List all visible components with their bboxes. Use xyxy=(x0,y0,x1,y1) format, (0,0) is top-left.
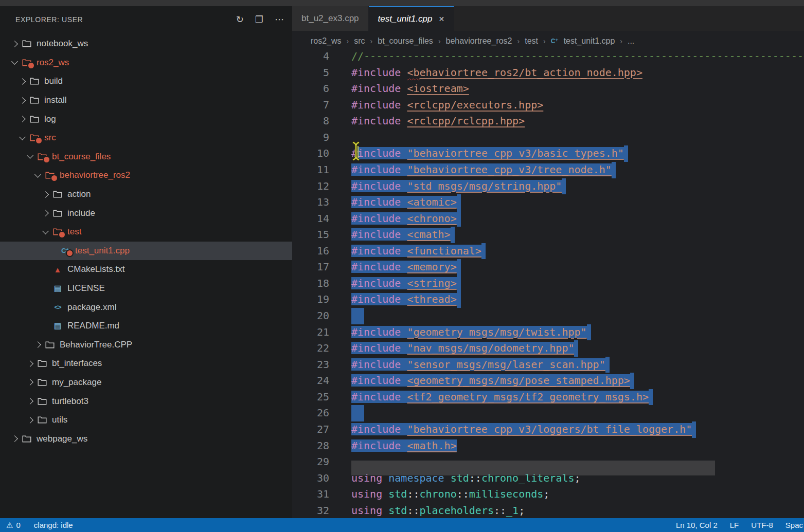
tree-item-action[interactable]: action xyxy=(0,185,292,204)
code-line-content: #include "behaviortree_cpp_v3/basic_type… xyxy=(351,145,628,162)
code-line[interactable]: 12#include "std_msgs/msg/string.hpp" xyxy=(292,178,804,195)
tree-item-label: package.xml xyxy=(67,302,116,313)
encoding-indicator[interactable]: UTF-8 xyxy=(751,521,773,529)
tree-item-cmakelists-txt[interactable]: ▲CMakeLists.txt xyxy=(0,260,292,279)
code-line[interactable]: 10#include "behaviortree_cpp_v3/basic_ty… xyxy=(292,145,804,162)
code-line[interactable]: 21#include "geometry_msgs/msg/twist.hpp" xyxy=(292,324,804,341)
tab-test-unit1-cpp[interactable]: test_unit1.cpp✕ xyxy=(369,6,455,31)
problems-indicator[interactable]: ⚠ 0 xyxy=(6,521,21,530)
code-line[interactable]: 32using std::placeholders::_1; xyxy=(292,503,804,519)
breadcrumb-item[interactable]: behaviortree_ros2 xyxy=(446,36,512,46)
code-token: #include xyxy=(351,82,401,95)
chevron-right-icon xyxy=(8,42,21,46)
code-line[interactable]: 23#include "sensor_msgs/msg/laser_scan.h… xyxy=(292,357,804,373)
code-line-content: #include "std_msgs/msg/string.hpp" xyxy=(351,178,566,195)
code-token: <iostream> xyxy=(407,82,469,95)
tree-item-test[interactable]: test xyxy=(0,223,292,242)
code-line[interactable]: 25#include <tf2_geometry_msgs/tf2_geomet… xyxy=(292,389,804,406)
line-number: 20 xyxy=(292,308,329,324)
tree-item-notebook-ws[interactable]: notebook_ws xyxy=(0,34,292,53)
code-line[interactable]: 28#include <math.h> xyxy=(292,438,804,454)
tree-item-include[interactable]: include xyxy=(0,204,292,223)
git-modified-badge xyxy=(50,174,58,182)
chevron-right-icon: › xyxy=(517,37,520,45)
code-token: using xyxy=(351,504,382,517)
code-line-content: #include <rclcpp/executors.hpp> xyxy=(351,97,543,114)
breadcrumb-item[interactable]: bt_course_files xyxy=(378,36,433,46)
code-token: <cmath> xyxy=(407,228,450,241)
breadcrumb-item[interactable]: ros2_ws xyxy=(311,36,342,46)
tree-item-src[interactable]: src xyxy=(0,129,292,148)
tree-item-my-package[interactable]: my_package xyxy=(0,373,292,392)
tree-item-readme-md[interactable]: ▤README.md xyxy=(0,317,292,336)
selection-pad xyxy=(562,178,566,195)
tree-item-label: notebook_ws xyxy=(37,39,88,49)
editor-area: bt_u2_ex3.cpptest_unit1.cpp✕ ros2_ws›src… xyxy=(292,6,804,518)
cursor-position[interactable]: Ln 10, Col 2 xyxy=(676,521,718,529)
tree-item-install[interactable]: install xyxy=(0,91,292,110)
tree-item-bt-course-files[interactable]: bt_course_files xyxy=(0,148,292,167)
code-line[interactable]: 4//-------------------------------------… xyxy=(292,48,804,65)
breadcrumb-item[interactable]: test xyxy=(525,36,538,46)
chevron-right-icon xyxy=(24,399,36,403)
code-line[interactable]: 7#include <rclcpp/executors.hpp> xyxy=(292,97,804,114)
tree-item-behaviortree-cpp[interactable]: BehaviorTree.CPP xyxy=(0,336,292,355)
tree-item-build[interactable]: build xyxy=(0,72,292,91)
explorer-sidebar: EXPLORER: USER ↻❐⋯ notebook_wsros2_wsbui… xyxy=(0,6,292,518)
code-line[interactable]: 11#include "behaviortree_cpp_v3/tree_nod… xyxy=(292,162,804,178)
tree-item-label: CMakeLists.txt xyxy=(67,264,124,274)
tree-item-turtlebot3[interactable]: turtlebot3 xyxy=(0,392,292,411)
code-line-content: #include <thread> xyxy=(351,291,461,308)
code-line-content: //--------------------------------------… xyxy=(351,48,804,65)
eol-indicator[interactable]: LF xyxy=(730,521,739,529)
chevron-right-icon xyxy=(24,418,36,423)
breadcrumb-file[interactable]: test_unit1.cpp xyxy=(564,36,615,46)
code-token xyxy=(382,488,388,500)
tree-item-test-unit1-cpp[interactable]: C⁺test_unit1.cpp xyxy=(0,242,292,261)
code-line[interactable]: 15#include <cmath> xyxy=(292,227,804,243)
more-actions-icon[interactable]: ⋯ xyxy=(275,14,284,25)
tree-item-bt-interfaces[interactable]: bt_interfaces xyxy=(0,354,292,373)
code-line[interactable]: 22#include "nav_msgs/msg/odometry.hpp" xyxy=(292,340,804,357)
selection-mark xyxy=(351,308,364,324)
breadcrumb-item[interactable]: src xyxy=(354,36,365,46)
horizontal-scrollbar[interactable] xyxy=(351,461,715,475)
code-line[interactable]: 17#include <memory> xyxy=(292,259,804,276)
tab-bt-u2-ex3-cpp[interactable]: bt_u2_ex3.cpp xyxy=(292,6,369,31)
line-number: 30 xyxy=(292,470,329,487)
code-line[interactable]: 24#include <geometry_msgs/msg/pose_stamp… xyxy=(292,373,804,389)
tree-item-webpage-ws[interactable]: webpage_ws xyxy=(0,429,292,448)
code-line[interactable]: 20 xyxy=(292,308,804,324)
tree-item-utils[interactable]: utils xyxy=(0,411,292,430)
line-number: 16 xyxy=(292,243,329,260)
code-line[interactable]: 19#include <thread> xyxy=(292,291,804,308)
language-server-status[interactable]: clangd: idle xyxy=(34,521,73,529)
code-line[interactable]: 14#include <chrono> xyxy=(292,211,804,227)
selection-pad xyxy=(612,162,616,178)
tree-item-ros2-ws[interactable]: ros2_ws xyxy=(0,53,292,72)
code-line[interactable]: 6#include <iostream> xyxy=(292,81,804,97)
tree-item-license[interactable]: ▤LICENSE xyxy=(0,279,292,298)
code-line[interactable]: 31using std::chrono::milliseconds; xyxy=(292,486,804,503)
tree-item-package-xml[interactable]: <>package.xml xyxy=(0,298,292,317)
tree-item-log[interactable]: log xyxy=(0,109,292,129)
line-number: 12 xyxy=(292,178,329,195)
code-line[interactable]: 27#include "behaviortree_cpp_v3/loggers/… xyxy=(292,421,804,438)
breadcrumb-overflow[interactable]: ... xyxy=(628,36,634,46)
close-icon[interactable]: ✕ xyxy=(438,15,444,23)
code-line[interactable]: 5#include <behaviortree_ros2/bt_action_n… xyxy=(292,65,804,81)
collapse-folders-icon[interactable]: ❐ xyxy=(255,14,263,25)
code-editor[interactable]: 4//-------------------------------------… xyxy=(292,48,804,519)
indentation-indicator[interactable]: Spac xyxy=(785,521,803,529)
code-line[interactable]: 13#include <atomic> xyxy=(292,194,804,211)
code-line[interactable]: 16#include <functional> xyxy=(292,243,804,260)
code-line[interactable]: 26 xyxy=(292,405,804,421)
folder-icon xyxy=(36,153,48,161)
code-token: #include xyxy=(351,228,401,241)
code-line[interactable]: 8#include <rclcpp/rclcpp.hpp> xyxy=(292,113,804,130)
tree-item-behaviortree-ros2[interactable]: behaviortree_ros2 xyxy=(0,166,292,185)
code-line[interactable]: 9 xyxy=(292,130,804,146)
code-line[interactable]: 18#include <string> xyxy=(292,276,804,292)
refresh-explorer-icon[interactable]: ↻ xyxy=(236,14,244,25)
chevron-down-icon xyxy=(24,155,36,158)
